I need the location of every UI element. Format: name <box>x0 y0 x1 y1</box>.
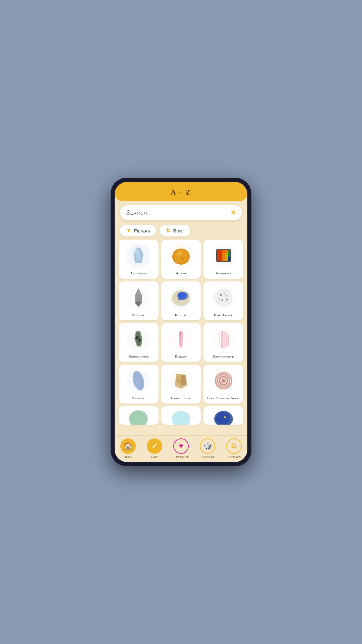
nav-label-favourite: Favourite <box>173 455 189 459</box>
header-title: A - Z <box>121 188 241 197</box>
search-box: ✕ <box>120 205 242 220</box>
nav-item-favourite[interactable]: ♥ Favourite <box>173 438 189 459</box>
mineral-name-afghanite: Afghanite <box>130 271 147 275</box>
svg-rect-20 <box>217 250 230 253</box>
home-icon-circle: 🏠 <box>120 438 136 454</box>
svg-point-33 <box>181 296 186 300</box>
svg-point-37 <box>216 289 232 306</box>
mineral-name-kyanite: Kyanite <box>132 396 145 400</box>
nav-label-home: Home <box>124 455 132 459</box>
sort-button[interactable]: ⇅ Sort <box>160 225 190 236</box>
svg-point-34 <box>178 298 182 301</box>
search-container: ✕ <box>115 201 247 223</box>
svg-point-49 <box>135 336 139 339</box>
mineral-card-aquamarine[interactable] <box>161 406 201 425</box>
mineral-card-kornerupine[interactable]: Kornerupine <box>119 323 159 362</box>
mineral-card-anatase[interactable]: Anatase <box>119 281 159 320</box>
mineral-image-kyanite <box>125 367 152 394</box>
svg-point-42 <box>224 293 225 294</box>
mineral-card-amber[interactable]: Amber <box>161 240 201 279</box>
nav-item-random[interactable]: 🎲 Random <box>200 438 215 459</box>
mineral-image-aquamarine <box>168 409 194 425</box>
mineral-image-kornerupine <box>125 326 152 353</box>
mineral-card-kinoite[interactable]: Kinoite <box>161 281 201 320</box>
sort-label: Sort <box>173 228 184 233</box>
nav-label-got: Got <box>151 455 158 459</box>
mineral-image-amber <box>168 243 194 269</box>
mineral-image-lapis-lazuli <box>210 409 237 425</box>
nav-item-got[interactable]: ✓ Got <box>147 438 162 459</box>
sort-icon: ⇅ <box>166 227 170 234</box>
got-icon-circle: ✓ <box>147 438 162 454</box>
mineral-image-kunzite <box>168 326 194 353</box>
mineral-name-amber: Amber <box>176 271 186 275</box>
header: A - Z <box>115 182 247 201</box>
svg-point-40 <box>221 300 223 301</box>
mineral-card-lake-superior-agate[interactable]: Lake Superior Agate <box>203 365 243 404</box>
svg-point-41 <box>226 299 228 301</box>
mineral-name-ammolite: Ammolite <box>216 271 231 275</box>
mineral-image-lake-superior-agate <box>210 367 237 394</box>
mineral-image-larimar <box>125 409 152 425</box>
filter-sort-row: ▼ Filters ⇅ Sort <box>115 223 247 240</box>
filter-icon: ▼ <box>126 228 131 234</box>
mineral-image-afghanite <box>125 243 152 269</box>
mineral-card-kunzite[interactable]: Kunzite <box>161 323 201 362</box>
phone-screen: A - Z ✕ ▼ Filters ⇅ Sort <box>115 182 247 462</box>
mineral-card-lapis-lazuli[interactable] <box>203 406 243 425</box>
mineral-name-kunzite: Kunzite <box>175 355 187 359</box>
search-clear-button[interactable]: ✕ <box>230 209 236 217</box>
svg-point-88 <box>216 412 230 424</box>
mineral-image-anatase <box>125 284 152 311</box>
phone-frame: A - Z ✕ ▼ Filters ⇅ Sort <box>111 178 251 466</box>
bottom-nav: 🏠 Home ✓ Got ♥ Favourite 🎲 R <box>115 435 247 462</box>
svg-point-84 <box>134 416 144 424</box>
svg-rect-19 <box>228 257 230 261</box>
filters-button[interactable]: ▼ Filters <box>120 225 156 236</box>
mineral-card-larimar[interactable] <box>119 406 159 425</box>
mineral-card-kutnohorite[interactable]: Kutnohorite <box>203 323 243 362</box>
search-input[interactable] <box>126 209 230 216</box>
mineral-grid: Afghanite Amber <box>119 240 243 427</box>
svg-point-89 <box>224 416 226 418</box>
mineral-card-labradorite[interactable]: Labradorite <box>161 365 201 404</box>
svg-point-10 <box>181 258 184 260</box>
nav-item-settings[interactable]: ⚙ Settings <box>226 438 242 459</box>
mineral-name-kinoite: Kinoite <box>175 313 187 317</box>
mineral-name-kiwi-jasper: Kiwi Jasper <box>214 313 233 317</box>
svg-point-43 <box>219 298 220 300</box>
mineral-image-labradorite <box>168 367 194 394</box>
svg-point-80 <box>222 379 225 382</box>
mineral-name-kornerupine: Kornerupine <box>128 355 148 359</box>
mineral-name-labradorite: Labradorite <box>171 396 191 400</box>
svg-point-73 <box>177 377 182 380</box>
nav-label-settings: Settings <box>228 455 241 459</box>
random-icon-circle: 🎲 <box>200 438 215 454</box>
mineral-card-kyanite[interactable]: Kyanite <box>119 365 159 404</box>
checkmark-icon: ✓ <box>152 442 158 450</box>
mineral-name-lake-superior-agate: Lake Superior Agate <box>207 396 240 400</box>
mineral-image-kiwi-jasper <box>210 284 237 311</box>
svg-point-38 <box>220 294 222 296</box>
mineral-card-kiwi-jasper[interactable]: Kiwi Jasper <box>203 281 243 320</box>
filter-label: Filters <box>134 228 150 233</box>
mineral-card-ammolite[interactable]: Ammolite <box>203 240 243 279</box>
mineral-image-ammolite <box>210 243 237 269</box>
svg-point-50 <box>138 339 141 342</box>
mineral-name-anatase: Anatase <box>132 313 145 317</box>
heart-icon: ♥ <box>179 442 183 450</box>
favourite-icon-circle: ♥ <box>173 438 189 454</box>
nav-label-random: Random <box>201 455 214 459</box>
mineral-image-kutnohorite <box>210 326 237 353</box>
dice-icon: 🎲 <box>203 442 212 450</box>
settings-icon-circle: ⚙ <box>226 438 242 454</box>
mineral-card-afghanite[interactable]: Afghanite <box>119 240 159 279</box>
gear-icon: ⚙ <box>231 442 237 450</box>
mineral-name-kutnohorite: Kutnohorite <box>213 355 234 359</box>
mineral-grid-container[interactable]: Afghanite Amber <box>115 240 247 435</box>
svg-point-11 <box>178 251 182 254</box>
svg-point-86 <box>173 412 188 424</box>
home-icon: 🏠 <box>123 442 132 450</box>
nav-item-home[interactable]: 🏠 Home <box>120 438 136 459</box>
svg-point-39 <box>226 295 227 297</box>
